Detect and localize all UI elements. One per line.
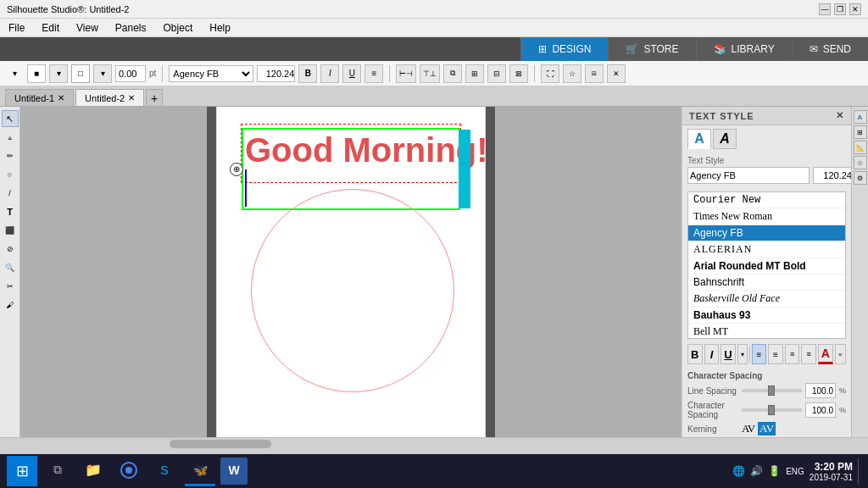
underline-btn[interactable]: U (342, 64, 361, 83)
bold-btn[interactable]: B (298, 64, 317, 83)
fill-tool[interactable]: ⬛ (2, 222, 19, 239)
text-resize-handle[interactable] (459, 130, 470, 208)
tab-send[interactable]: ✉ SEND (792, 37, 868, 61)
fmt-color-a[interactable]: A (818, 344, 833, 364)
line-color-btn[interactable]: □ (71, 64, 90, 83)
select-tool[interactable]: ↖ (2, 110, 19, 127)
tb-btn-10[interactable]: ✕ (607, 64, 626, 83)
tb-btn-9[interactable]: ⧇ (585, 64, 604, 83)
fmt-bold-btn[interactable]: B (687, 344, 703, 364)
draw-tool[interactable]: ✏ (2, 147, 19, 164)
fmt-italic-btn[interactable]: I (704, 344, 720, 364)
scrollbar-thumb[interactable] (170, 440, 271, 448)
tb-btn-6[interactable]: ⊠ (509, 64, 528, 83)
line-spacing-thumb[interactable] (768, 385, 775, 396)
kerning-av2[interactable]: AV (758, 422, 776, 435)
rsb-btn-1[interactable]: A (854, 110, 867, 124)
line-spacing-value[interactable]: 100.0 (805, 383, 836, 398)
taskbar-fileexplorer[interactable]: 📁 (78, 456, 108, 486)
font-item-baskerville[interactable]: Baskerville Old Face (688, 291, 845, 308)
panel-close-icon[interactable]: ✕ (836, 110, 844, 121)
zoom-tool[interactable]: 🔍 (2, 259, 19, 276)
italic-btn[interactable]: I (320, 64, 339, 83)
fill-color-btn[interactable]: ■ (27, 64, 46, 83)
char-spacing-thumb[interactable] (768, 405, 775, 415)
text-style-tab-a[interactable]: A (687, 129, 711, 149)
font-item-bauhaus[interactable]: Bauhaus 93 (688, 308, 845, 324)
doc-tab-1[interactable]: Untitled-1 ✕ (5, 89, 74, 106)
tb-btn-4[interactable]: ⊞ (465, 64, 484, 83)
menu-help[interactable]: Help (206, 20, 234, 36)
tb-btn-5[interactable]: ⊟ (487, 64, 506, 83)
doc-tab-2[interactable]: Untitled-2 ✕ (75, 89, 144, 106)
add-tab-button[interactable]: + (146, 89, 163, 106)
doc-tab-1-close[interactable]: ✕ (58, 93, 64, 103)
align-btn[interactable]: ≡ (364, 64, 383, 83)
font-item-bahnschrift[interactable]: Bahnschrift (688, 274, 845, 291)
taskbar-taskview[interactable]: ⧉ (42, 456, 73, 486)
fill-dropdown-btn[interactable]: ▾ (49, 64, 68, 83)
font-item-times[interactable]: Times New Roman (688, 208, 845, 225)
horizontal-scrollbar[interactable] (0, 437, 868, 449)
menu-object[interactable]: Object (160, 20, 197, 36)
text-style-tab-a2[interactable]: A (713, 129, 737, 149)
paint-tool[interactable]: 🖌 (2, 297, 19, 313)
move-handle[interactable]: ⊕ (230, 163, 243, 176)
tb-btn-2[interactable]: ⊤⊥ (420, 64, 440, 83)
fmt-more-btn[interactable]: » (835, 344, 846, 364)
font-item-arial-rounded[interactable]: Arial Rounded MT Bold (688, 258, 845, 274)
taskbar-chrome[interactable] (114, 456, 144, 486)
fmt-align-right[interactable]: ≡ (785, 344, 800, 364)
taskbar-show-desktop[interactable] (858, 458, 861, 484)
fmt-underline-btn[interactable]: U (721, 344, 736, 364)
line-tool[interactable]: / (2, 185, 19, 202)
font-name-select[interactable]: Agency FB Courier New Times New Roman Ar… (169, 65, 253, 82)
selection-tool-btn[interactable]: ▾ (5, 67, 24, 80)
line-spacing-slider[interactable] (742, 389, 802, 392)
taskbar-word[interactable]: W (220, 458, 248, 485)
fmt-underline-dropdown[interactable]: ▾ (737, 344, 748, 364)
font-item-agency[interactable]: Agency FB (688, 225, 845, 241)
menu-edit[interactable]: Edit (38, 20, 63, 36)
text-tool[interactable]: T (2, 203, 19, 220)
font-item-bell[interactable]: Bell MT (688, 324, 845, 339)
fmt-align-left[interactable]: ≡ (752, 344, 767, 364)
eraser-tool[interactable]: ⊘ (2, 241, 19, 258)
tb-btn-1[interactable]: ⊢⊣ (396, 64, 416, 83)
char-spacing-slider[interactable] (742, 408, 802, 412)
shape-tool[interactable]: ○ (2, 166, 19, 183)
rsb-btn-3[interactable]: 📐 (854, 141, 867, 154)
rsb-btn-5[interactable]: ⚙ (854, 171, 867, 185)
tb-btn-7[interactable]: ⛶ (541, 64, 559, 83)
page-inner[interactable]: ⊕ Good Morning! (216, 107, 486, 437)
tb-btn-8[interactable]: ☆ (563, 64, 581, 83)
taskbar-clock[interactable]: 3:20 PM 2019-07-31 (810, 461, 853, 482)
char-spacing-value[interactable]: 100.0 (805, 402, 836, 418)
font-item-courier[interactable]: Courier New (688, 192, 845, 208)
tab-library[interactable]: 📚 LIBRARY (696, 37, 792, 61)
line-dropdown-btn[interactable]: ▾ (93, 64, 112, 83)
minimize-button[interactable]: — (819, 3, 831, 15)
taskbar-skype[interactable]: S (149, 456, 180, 486)
panel-font-size[interactable] (813, 167, 855, 184)
tab-store[interactable]: 🛒 STORE (608, 37, 695, 61)
crop-tool[interactable]: ✂ (2, 278, 19, 295)
tb-btn-3[interactable]: ⧉ (443, 64, 462, 83)
panel-font-name[interactable] (687, 167, 810, 184)
rsb-btn-4[interactable]: ☆ (854, 156, 867, 169)
taskbar-silhouette[interactable]: 🦋 (185, 456, 215, 486)
rsb-btn-2[interactable]: ⊞ (854, 125, 867, 139)
fmt-align-justify[interactable]: ≡ (801, 344, 816, 364)
node-tool[interactable]: ⟁ (2, 129, 19, 146)
windows-start-button[interactable]: ⊞ (7, 456, 37, 486)
doc-tab-2-close[interactable]: ✕ (128, 93, 135, 103)
canvas-text-box[interactable]: ⊕ Good Morning! (241, 124, 461, 183)
font-size-input[interactable] (257, 65, 295, 82)
tab-design[interactable]: ⊞ DESIGN (520, 37, 608, 61)
fmt-align-center[interactable]: ≡ (768, 344, 783, 364)
menu-view[interactable]: View (73, 20, 102, 36)
close-button[interactable]: ✕ (849, 3, 861, 15)
line-width-input[interactable] (115, 65, 146, 82)
menu-panels[interactable]: Panels (112, 20, 150, 36)
font-item-algerian[interactable]: ALGERIAN (688, 241, 845, 258)
